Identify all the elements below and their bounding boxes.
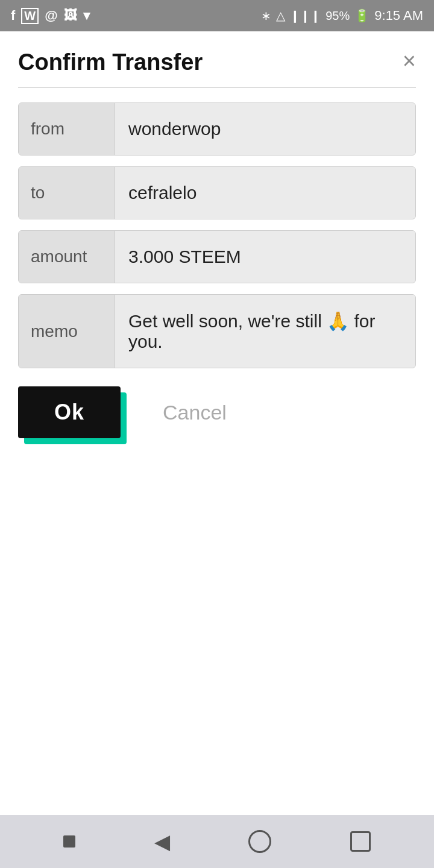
- status-bar-left-icons: f W @ 🖼 ▾: [11, 8, 90, 24]
- amount-value: 3.000 STEEM: [115, 231, 415, 283]
- battery-icon: 🔋: [354, 8, 370, 23]
- to-field-row: to cefralelo: [18, 166, 416, 219]
- image-icon: 🖼: [64, 8, 77, 24]
- nav-bar: ◀: [0, 815, 434, 868]
- recents-icon[interactable]: [350, 831, 371, 852]
- bluetooth-icon: ∗: [261, 8, 271, 23]
- wifi-small-icon: ▾: [83, 8, 90, 24]
- from-field-row: from wonderwop: [18, 102, 416, 156]
- memo-label: memo: [19, 295, 115, 368]
- memo-value: Get well soon, we're still 🙏 for you.: [115, 295, 415, 368]
- to-label: to: [19, 167, 115, 219]
- amount-label: amount: [19, 231, 115, 283]
- buttons-row: Ok Cancel: [18, 386, 416, 438]
- w-icon: W: [21, 8, 39, 24]
- back-icon[interactable]: ◀: [154, 829, 170, 854]
- dialog-title: Confirm Transfer: [18, 49, 203, 75]
- stop-icon: [63, 835, 75, 848]
- dialog-header: Confirm Transfer ×: [18, 49, 416, 75]
- home-icon[interactable]: [248, 830, 271, 853]
- battery-text: 95%: [326, 9, 350, 23]
- status-bar-right-icons: ∗ △ ❙❙❙ 95% 🔋 9:15 AM: [261, 8, 423, 24]
- close-button[interactable]: ×: [403, 49, 416, 72]
- facebook-icon: f: [11, 8, 15, 24]
- from-value: wonderwop: [115, 103, 415, 155]
- cancel-button[interactable]: Cancel: [139, 388, 251, 438]
- ok-button-wrapper: Ok: [18, 386, 121, 438]
- memo-field-row: memo Get well soon, we're still 🙏 for yo…: [18, 294, 416, 368]
- status-time: 9:15 AM: [374, 8, 423, 24]
- ok-button[interactable]: Ok: [18, 386, 121, 438]
- amount-field-row: amount 3.000 STEEM: [18, 230, 416, 283]
- header-divider: [18, 87, 416, 88]
- to-value: cefralelo: [115, 167, 415, 219]
- wifi-icon: △: [276, 8, 285, 23]
- status-bar: f W @ 🖼 ▾ ∗ △ ❙❙❙ 95% 🔋 9:15 AM: [0, 0, 434, 31]
- signal-icon: ❙❙❙: [290, 8, 321, 23]
- confirm-transfer-dialog: Confirm Transfer × from wonderwop to cef…: [0, 31, 434, 815]
- at-icon: @: [45, 8, 57, 24]
- from-label: from: [19, 103, 115, 155]
- main-content: Confirm Transfer × from wonderwop to cef…: [0, 31, 434, 815]
